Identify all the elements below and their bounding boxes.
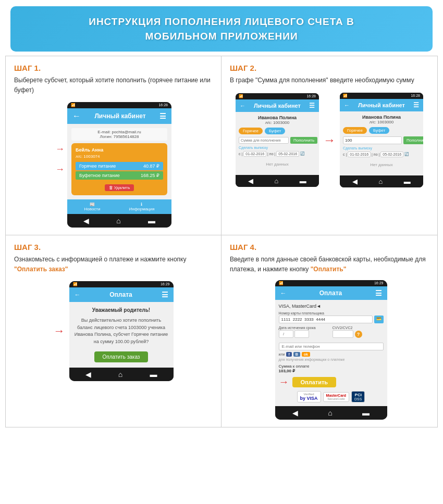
step4-desc: Введите в поля данные своей банковской к… [230,255,429,274]
phone-step2-right: 📶16:28 ←Личный кабинет☰ Иванова Полина л… [340,93,423,187]
step1-title: ШАГ 1. [14,64,213,72]
arrow2-icon: → [55,164,65,175]
pci-logo: PCI DSS [351,391,365,402]
step2-desc: В графе "Сумма для пополнения" введите н… [230,75,429,85]
step2-amount-input[interactable] [239,137,289,144]
email-phone-input[interactable] [279,343,384,350]
visa-logo: Verified by VISA [297,391,321,402]
arrow1-icon: → [55,144,65,155]
mastercard-logo: MasterCard SecureCode [323,392,350,402]
cvv-input[interactable] [333,330,353,338]
step2-amount-filled[interactable] [343,136,402,144]
main-grid: ШАГ 1. Выберете субсчет, который хотите … [5,56,438,427]
section-step4: ШАГ 4. Введите в поля данные своей банко… [221,235,437,427]
step2-arrow: → [323,133,336,147]
step1-desc: Выберете субсчет, который хотите пополни… [14,75,213,95]
phone-step4: 📶16:29 ←Оплата☰ VISA, MasterCard◄ Номер … [275,280,387,420]
phone-step2-left: 📶16:28 ←Личный кабинет☰ Иванова Полина л… [236,93,319,187]
step2-pay-btn-left[interactable]: Пополнить [290,137,317,144]
step2-pay-btn-right[interactable]: Пополнить [403,136,423,144]
step1-arrows: → → [55,144,65,175]
step3-title: ШАГ 3. [14,243,213,251]
step3-desc: Ознакомьтесь с информацией о платеже и н… [14,255,213,274]
expiry-year-input[interactable] [294,330,309,338]
step4-title: ШАГ 4. [230,243,429,251]
pay-btn-step4[interactable]: Оплатить [292,377,337,387]
header-banner: ИНСТРУКЦИЯ ПОПОЛНЕНИЯ ЛИЦЕВОГО СЧЕТА В М… [10,6,433,52]
expiry-month-input[interactable] [279,330,293,338]
card-number-input[interactable] [279,316,373,323]
step2-title: ШАГ 2. [230,64,429,72]
pay-order-btn[interactable]: Оплатить заказ [94,351,149,362]
section-step3: ШАГ 3. Ознакомьтесь с информацией о плат… [6,235,221,427]
page-title: ИНСТРУКЦИЯ ПОПОЛНЕНИЯ ЛИЦЕВОГО СЧЕТА В М… [31,15,412,43]
section-step1: ШАГ 1. Выберете субсчет, который хотите … [6,56,221,235]
section-step2: ШАГ 2. В графе "Сумма для пополнения" вв… [221,56,437,235]
step4-arrow: → [279,376,289,388]
phone-step1: 📶 16:28 ← Личный кабинет ☰ E-mail: pocht… [67,102,171,228]
step3-arrow: → [54,324,65,338]
phone-step3: 📶16:29 ←Оплата☰ Уважаемый родитель! Вы д… [69,281,174,381]
